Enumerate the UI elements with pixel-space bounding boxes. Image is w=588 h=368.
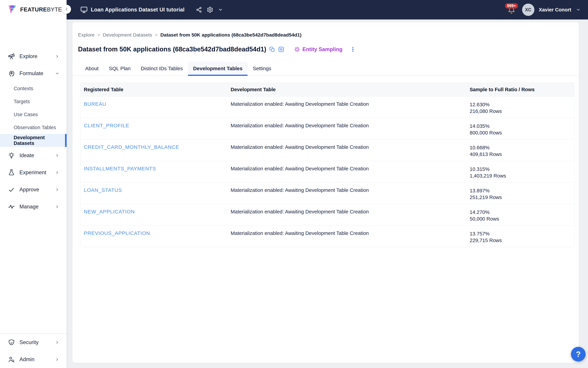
table-header: Registered Table Development Table Sampl… (80, 83, 574, 96)
chevron-right-icon (55, 170, 59, 175)
topbar: Loan Applications Dataset UI tutorial 99… (67, 0, 588, 19)
kebab-menu-icon[interactable] (350, 46, 356, 53)
table-row: PREVIOUS_APPLICATION Materialization ena… (80, 226, 574, 247)
help-button[interactable]: ? (571, 347, 586, 361)
brand-name: FEATUREBYTE (20, 6, 62, 13)
column-header-sample-ratio: Sample to Full Ratio / Rows (466, 83, 574, 96)
row-count-value: 800,000 Rows (470, 129, 571, 136)
table-row: NEW_APPLICATION Materialization enabled:… (80, 204, 574, 226)
sidebar-bottom-section: Security Admin (0, 333, 67, 368)
featurebyte-logo-icon (8, 5, 18, 14)
sidebar-item-contexts[interactable]: Contexts (0, 82, 67, 95)
chevron-right-icon (55, 340, 59, 345)
sidebar-item-use-cases[interactable]: Use Cases (0, 108, 67, 121)
main-content: Explore > Development Datasets > Dataset… (67, 19, 588, 368)
sidebar-item-ideate[interactable]: Ideate (0, 147, 67, 164)
breadcrumb-separator: > (155, 32, 158, 38)
breadcrumb: Explore > Development Datasets > Dataset… (72, 22, 579, 38)
page-title-row: Dataset from 50K applications (68ca3be54… (72, 38, 579, 53)
tab-about[interactable]: About (80, 62, 104, 75)
column-header-registered-table: Registered Table (80, 83, 227, 96)
sample-ratio-value: 14.270% (470, 209, 571, 215)
sidebar-item-experiment[interactable]: Experiment (0, 164, 67, 181)
project-title: Loan Applications Dataset UI tutorial (91, 7, 185, 13)
tab-development-tables[interactable]: Development Tables (188, 62, 248, 75)
mind-gear-icon (8, 70, 15, 77)
entity-sampling-label: Entity Sampling (302, 46, 342, 52)
notification-badge: 999+ (505, 3, 518, 9)
avatar[interactable]: XC (522, 4, 535, 16)
sidebar-item-development-datasets[interactable]: Development Datasets (0, 134, 67, 147)
chevron-right-icon (55, 153, 59, 158)
page-title: Dataset from 50K applications (68ca3be54… (78, 46, 266, 53)
brand-logo[interactable]: FEATUREBYTE (0, 0, 67, 19)
share-icon[interactable] (196, 7, 202, 13)
sidebar-item-security[interactable]: Security (0, 334, 67, 351)
tab-sql-plan[interactable]: SQL Plan (104, 62, 135, 75)
sample-ratio-value: 10.315% (470, 166, 571, 172)
table-body: BUREAU Materialization enabled: Awaiting… (80, 96, 574, 247)
chevron-down-icon (55, 71, 59, 76)
chevron-right-icon (55, 54, 59, 59)
sidebar-item-admin[interactable]: Admin (0, 351, 67, 368)
project-menu-chevron-down-icon[interactable] (218, 7, 223, 12)
registered-table-link[interactable]: INSTALLMENTS_PAYMENTS (84, 166, 156, 171)
sidebar-item-targets[interactable]: Targets (0, 95, 67, 108)
table-row: CLIENT_PROFILE Materialization enabled: … (80, 118, 574, 139)
development-table-status: Materialization enabled: Awaiting Develo… (227, 183, 466, 204)
sidebar-collapse-button[interactable] (62, 5, 71, 14)
chevron-right-icon (55, 204, 59, 209)
registered-table-link[interactable]: LOAN_STATUS (84, 187, 122, 193)
sample-ratio-value: 14.035% (470, 123, 571, 129)
registered-table-link[interactable]: CLIENT_PROFILE (84, 123, 129, 128)
chevron-right-icon (55, 357, 59, 362)
id-badge-icon[interactable]: ID (278, 46, 284, 52)
sidebar-item-explore[interactable]: Explore (0, 48, 67, 65)
development-table-status: Materialization enabled: Awaiting Develo… (227, 161, 466, 183)
content-card: Explore > Development Datasets > Dataset… (72, 22, 579, 363)
table-row: CREDIT_CARD_MONTHLY_BALANCE Materializat… (80, 139, 574, 161)
sidebar-item-approve[interactable]: Approve (0, 181, 67, 198)
copy-icon[interactable] (269, 46, 275, 52)
tab-settings[interactable]: Settings (248, 62, 276, 75)
entity-sampling-button[interactable]: Entity Sampling (294, 46, 342, 52)
user-name: Xavier Conort (539, 7, 571, 13)
flask-icon (8, 169, 15, 176)
breadcrumb-explore[interactable]: Explore (78, 32, 95, 38)
row-count-value: 216,080 Rows (470, 108, 571, 114)
registered-table-link[interactable]: NEW_APPLICATION (84, 209, 135, 214)
row-count-value: 409,613 Rows (470, 151, 571, 157)
registered-table-link[interactable]: PREVIOUS_APPLICATION (84, 230, 150, 236)
breadcrumb-current: Dataset from 50K applications (68ca3be54… (160, 32, 302, 38)
sidebar-item-manage[interactable]: Manage (0, 198, 67, 215)
breadcrumb-separator: > (97, 32, 100, 38)
user-menu-chevron-down-icon[interactable] (576, 8, 580, 12)
table-row: INSTALLMENTS_PAYMENTS Materialization en… (80, 161, 574, 183)
sample-ratio-value: 12.630% (470, 101, 571, 108)
checkmark-icon (8, 186, 15, 193)
development-table-status: Materialization enabled: Awaiting Develo… (227, 118, 466, 139)
avatar-initials: XC (525, 7, 532, 12)
formulate-sub-list: Contexts Targets Use Cases Observation T… (0, 82, 67, 147)
registered-table-link[interactable]: BUREAU (84, 101, 106, 107)
notifications-button[interactable]: 999+ (508, 6, 516, 14)
monitor-icon (80, 6, 88, 13)
development-tables-table: Registered Table Development Table Sampl… (80, 83, 575, 247)
sidebar-item-formulate[interactable]: Formulate (0, 65, 67, 82)
sample-ratio-value: 10.668% (470, 144, 571, 151)
settings-gear-icon[interactable] (207, 7, 213, 13)
breadcrumb-development-datasets[interactable]: Development Datasets (103, 32, 152, 38)
sidebar: FEATUREBYTE Explore Formulate Contexts T… (0, 0, 67, 368)
lightbulb-icon (8, 152, 15, 159)
sidebar-item-observation-tables[interactable]: Observation Tables (0, 121, 67, 134)
sampling-spinner-icon (294, 46, 300, 52)
sidebar-nav: Explore Formulate Contexts Targets Use C… (0, 48, 67, 215)
row-count-value: 251,219 Rows (470, 194, 571, 201)
chevron-right-icon (55, 187, 59, 192)
column-header-development-table: Development Table (227, 83, 466, 96)
sample-ratio-value: 13.757% (470, 230, 571, 237)
registered-table-link[interactable]: CREDIT_CARD_MONTHLY_BALANCE (84, 144, 179, 150)
svg-text:ID: ID (280, 48, 283, 51)
tab-distinct-ids-tables[interactable]: Distinct IDs Tables (136, 62, 188, 75)
development-table-status: Materialization enabled: Awaiting Develo… (227, 204, 466, 226)
